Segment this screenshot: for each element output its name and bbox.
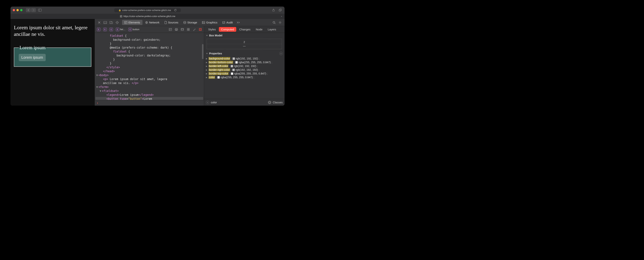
- filter-icon[interactable]: ≡: [279, 52, 283, 55]
- breadcrumb-item[interactable]: E: [109, 27, 114, 32]
- clear-filter-button[interactable]: ✕: [268, 101, 271, 104]
- scrollbar-thumb[interactable]: [202, 44, 204, 59]
- print-styles-icon[interactable]: [174, 27, 178, 32]
- paint-flashing-icon[interactable]: [192, 27, 196, 32]
- svg-point-21: [203, 22, 203, 22]
- sidebar-tab-styles[interactable]: Styles: [206, 27, 218, 32]
- breadcrumb-item[interactable]: E: [102, 27, 108, 32]
- sidebar-tab-computed[interactable]: Computed: [219, 27, 236, 32]
- devtools-tab-graphics[interactable]: Graphics: [200, 20, 220, 25]
- sidebar-toggle-button[interactable]: [38, 8, 42, 12]
- tabbar: C https://color-scheme-prefers-color-sch…: [10, 14, 284, 19]
- search-button[interactable]: [272, 20, 277, 25]
- svg-point-25: [280, 22, 281, 23]
- dom-line[interactable]: @media (prefers-color-scheme: dark) {: [96, 46, 203, 50]
- address-host: color-scheme-prefers-color-scheme.glitch…: [122, 9, 171, 12]
- back-button[interactable]: [26, 8, 31, 12]
- dom-line[interactable]: }: [96, 62, 203, 65]
- dom-line[interactable]: ▼<fieldset>: [96, 89, 203, 93]
- breadcrumb-item[interactable]: Ebutton: [128, 27, 140, 32]
- dom-line[interactable]: background-color: gainsboro;: [96, 38, 203, 42]
- dom-line[interactable]: </style>: [96, 65, 203, 69]
- close-devtools-button[interactable]: [96, 20, 102, 25]
- dom-line[interactable]: background-color: darkslategray;: [96, 54, 203, 58]
- browser-window: 🔒 color-scheme-prefers-color-scheme.glit…: [10, 7, 284, 106]
- dom-tree[interactable]: fieldset { background-color: gainsboro; …: [95, 33, 204, 100]
- dom-line[interactable]: fieldset {: [96, 50, 203, 54]
- grid-overlay-icon[interactable]: [186, 27, 190, 32]
- dom-line[interactable]: }: [96, 42, 203, 46]
- sidebar-tab-node[interactable]: Node: [254, 27, 265, 32]
- svg-point-19: [184, 21, 186, 22]
- dom-line[interactable]: fieldset {: [96, 34, 203, 38]
- sidebar-tab-layers[interactable]: Layers: [266, 27, 278, 32]
- devtools-tab-storage[interactable]: Storage: [181, 20, 200, 25]
- nav-buttons: [26, 8, 36, 12]
- devtools-tab-network[interactable]: Network: [143, 20, 162, 25]
- reload-button[interactable]: [174, 9, 176, 12]
- dom-line[interactable]: </head>: [96, 69, 203, 73]
- svg-rect-42: [187, 28, 188, 29]
- minimize-window-button[interactable]: [16, 9, 19, 11]
- classes-button[interactable]: Classes: [273, 101, 283, 104]
- close-window-button[interactable]: [13, 9, 15, 11]
- page-form: Lorem ipsum Lorem ipsum: [14, 45, 91, 67]
- dock-bottom-button[interactable]: [102, 20, 108, 25]
- maximize-window-button[interactable]: [20, 9, 22, 11]
- settings-button[interactable]: [278, 20, 283, 25]
- forward-button[interactable]: [31, 8, 36, 12]
- breadcrumb-item[interactable]: E: [96, 27, 101, 32]
- dom-line[interactable]: <p> Lorem ipsum dolor sit amet, legere: [96, 77, 203, 81]
- dom-line[interactable]: ancillae ne vis. </p>: [96, 81, 203, 85]
- computed-property[interactable]: ▶border-right-color: rgb(192, 192, 192);: [206, 68, 283, 72]
- dom-line[interactable]: <legend>Lorem ipsum</legend>: [96, 93, 203, 97]
- filter-row: ≡ ✕ Classes: [204, 99, 284, 106]
- breadcrumb-item[interactable]: Efiel…: [115, 27, 126, 32]
- computed-property[interactable]: ▶color: rgba(255, 255, 255, 0.847);: [206, 75, 283, 79]
- dom-line[interactable]: }: [96, 58, 203, 62]
- boxmodel-diagram[interactable]: 2 —: [207, 39, 282, 49]
- address-bar[interactable]: 🔒 color-scheme-prefers-color-scheme.glit…: [114, 8, 181, 12]
- tabs-overview-button[interactable]: [278, 8, 282, 12]
- compositing-borders-icon[interactable]: [198, 27, 202, 32]
- sidebar-tab-changes[interactable]: Changes: [237, 27, 253, 32]
- svg-rect-43: [188, 28, 190, 29]
- toolbar-right: [272, 8, 282, 12]
- devtools-body: E›E›E›Efiel…›Ebutton fieldset { backgrou…: [95, 26, 284, 106]
- filter-icon: ≡: [206, 101, 209, 104]
- lock-icon: 🔒: [118, 9, 121, 12]
- tab-title[interactable]: https://color-scheme-prefers-color-schem…: [124, 15, 176, 18]
- console-strip[interactable]: ›: [95, 100, 204, 106]
- inspect-element-button[interactable]: [114, 20, 120, 25]
- properties-header[interactable]: ▼ Properties ≡: [204, 51, 284, 56]
- share-button[interactable]: [272, 8, 276, 12]
- more-tabs-button[interactable]: [237, 21, 240, 24]
- devtools-tab-sources[interactable]: Sources: [162, 20, 181, 25]
- svg-line-31: [281, 23, 281, 24]
- devtools-tab-audit[interactable]: Audit: [220, 20, 235, 25]
- traffic-lights: [13, 9, 22, 11]
- page-button[interactable]: Lorem ipsum: [19, 54, 46, 61]
- console-prompt-icon: ›: [96, 101, 98, 105]
- new-tab-button[interactable]: ＋: [280, 15, 283, 18]
- filter-input[interactable]: [211, 101, 266, 104]
- boxmodel-header[interactable]: ▼ Box Model: [204, 33, 284, 38]
- svg-point-10: [117, 22, 118, 23]
- dom-line[interactable]: ▼<form>: [96, 85, 203, 89]
- svg-rect-34: [169, 28, 172, 31]
- dom-line[interactable]: <button type="button">Lorem: [96, 97, 203, 100]
- dock-side-button[interactable]: [108, 20, 114, 25]
- devtools-tabs: ElementsNetworkSourcesStorageGraphicsAud…: [122, 20, 235, 25]
- computed-property[interactable]: ▶border-bottom-color: rgba(255, 255, 255…: [206, 60, 283, 64]
- elements-panel: E›E›E›Efiel…›Ebutton fieldset { backgrou…: [95, 26, 204, 106]
- layout-icon[interactable]: [168, 27, 172, 32]
- dom-line[interactable]: ▼<body>: [96, 73, 203, 77]
- devtools-tab-elements[interactable]: Elements: [122, 20, 142, 25]
- computed-property[interactable]: ▶border-left-color: rgb(192, 192, 192);: [206, 64, 283, 68]
- computed-property[interactable]: ▶border-top-color: rgba(255, 255, 255, 0…: [206, 72, 283, 75]
- svg-rect-5: [104, 21, 107, 24]
- force-appearance-icon[interactable]: [180, 27, 184, 32]
- computed-property[interactable]: ▶background-color: rgb(192, 192, 192);: [206, 57, 283, 60]
- svg-rect-3: [279, 9, 281, 11]
- devtools-toolbar: ElementsNetworkSourcesStorageGraphicsAud…: [95, 19, 284, 26]
